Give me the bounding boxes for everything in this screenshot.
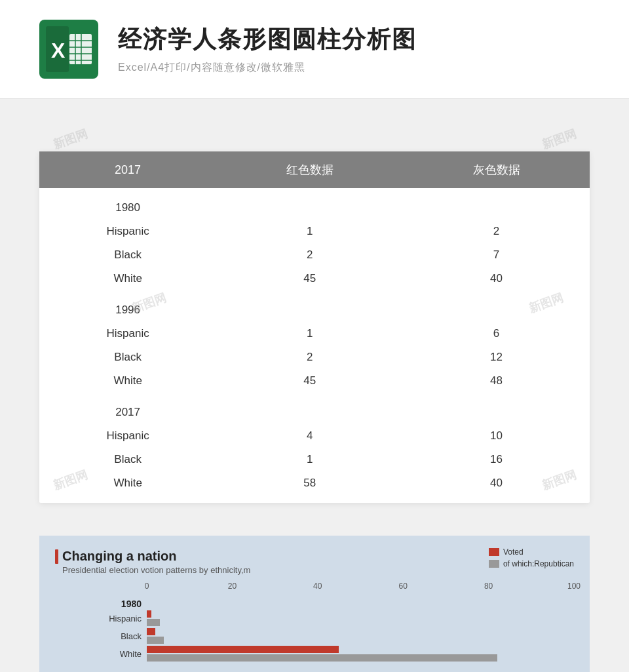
table-row: White 58 40: [39, 471, 590, 503]
red-value-cell: 1: [216, 322, 403, 346]
axis-numbers-row: 0 20 40 60 80 100: [101, 582, 574, 593]
gap-1: [0, 99, 629, 125]
table-header-row: 2017 红色数据 灰色数据: [39, 151, 590, 188]
chart-title-text: Changing a nation: [62, 549, 176, 564]
ethnicity-cell: White: [39, 471, 216, 503]
bar-chart: 0 20 40 60 80 100: [55, 582, 574, 670]
chart-section: Voted of which:Repu​btican Changing a na…: [39, 536, 590, 672]
bar-label: White: [101, 649, 147, 659]
data-table: 2017 红色数据 灰色数据 1980 Hispanic 1 2 Black 2…: [39, 151, 590, 503]
red-value-cell: 4: [216, 424, 403, 448]
red-value-cell: 45: [216, 267, 403, 290]
table-row: Hispanic 1 6: [39, 322, 590, 346]
table-year-row: 2017: [39, 393, 590, 424]
page-title: 经济学人条形图圆柱分析图: [118, 24, 417, 56]
table-year-row: 1996: [39, 290, 590, 322]
col-red: 红色数据: [216, 151, 403, 188]
col-year: 2017: [39, 151, 216, 188]
table-row: Black 1 16: [39, 448, 590, 471]
excel-icon: X: [39, 20, 98, 79]
legend-gray: of which:Repu​btican: [489, 559, 574, 568]
legend-red-label: Voted: [503, 547, 524, 557]
table-section: 2017 红色数据 灰色数据 1980 Hispanic 1 2 Black 2…: [39, 151, 590, 503]
bar-red: [147, 628, 155, 635]
page-subtitle: Excel/A4打印/内容随意修改/微软雅黑: [118, 61, 417, 75]
legend-gray-color: [489, 560, 499, 568]
table-year-row: 1980: [39, 188, 590, 220]
gray-value-cell: 48: [403, 369, 590, 393]
gray-value-cell: 10: [403, 424, 590, 448]
chart-year-row: 1980: [101, 599, 574, 609]
bar-red: [147, 610, 151, 618]
ethnicity-cell: Black: [39, 448, 216, 471]
legend-gray-label: of which:Repu​btican: [503, 559, 574, 568]
legend-red: Voted: [489, 547, 574, 557]
watermark-1: 新图网: [51, 125, 90, 152]
red-value-cell: 1: [216, 220, 403, 243]
ethnicity-cell: Hispanic: [39, 220, 216, 243]
ethnicity-cell: Black: [39, 346, 216, 369]
watermark-2: 新图网: [540, 125, 579, 152]
title-accent-bar: [55, 549, 58, 564]
red-value-cell: 2: [216, 243, 403, 267]
legend-red-color: [489, 548, 499, 556]
red-value-cell: 58: [216, 471, 403, 503]
axis-60: 60: [399, 582, 408, 591]
axis-20: 20: [228, 582, 237, 591]
chart-bar-row: White: [101, 646, 574, 662]
gray-value-cell: 2: [403, 220, 590, 243]
gray-value-cell: 6: [403, 322, 590, 346]
svg-text:X: X: [51, 39, 66, 62]
bars-pair: [147, 628, 574, 644]
red-value-cell: 1: [216, 448, 403, 471]
bar-gray: [147, 654, 497, 662]
axis-numbers-container: 0 20 40 60 80 100: [147, 582, 574, 593]
bar-gray: [147, 637, 164, 644]
axis-100: 100: [567, 582, 581, 591]
ethnicity-cell: White: [39, 369, 216, 393]
table-row: White 45 48: [39, 369, 590, 393]
bars-pair: [147, 646, 574, 662]
table-row: Hispanic 1 2: [39, 220, 590, 243]
table-row: White 45 40: [39, 267, 590, 290]
gray-value-cell: 12: [403, 346, 590, 369]
bars-pair: [147, 610, 574, 626]
table-row: Hispanic 4 10: [39, 424, 590, 448]
chart-bar-row: Hispanic: [101, 610, 574, 626]
header-text: 经济学人条形图圆柱分析图 Excel/A4打印/内容随意修改/微软雅黑: [118, 24, 417, 75]
col-gray: 灰色数据: [403, 151, 590, 188]
axis-0: 0: [145, 582, 149, 591]
gray-value-cell: 7: [403, 243, 590, 267]
table-row: Black 2 7: [39, 243, 590, 267]
gray-value-cell: 40: [403, 267, 590, 290]
chart-year-label: 1980: [101, 599, 147, 609]
ethnicity-cell: Hispanic: [39, 424, 216, 448]
bar-label: Black: [101, 631, 147, 641]
bar-label: Hispanic: [101, 614, 147, 623]
ethnicity-cell: Hispanic: [39, 322, 216, 346]
gray-value-cell: 40: [403, 471, 590, 503]
year-cell: 1996: [39, 290, 216, 322]
svg-rect-3: [69, 34, 92, 64]
chart-bars-container: 1980 Hispanic Black White: [101, 599, 574, 662]
red-value-cell: 2: [216, 346, 403, 369]
axis-spacer: [101, 582, 147, 593]
bar-red: [147, 646, 339, 653]
chart-bar-row: Black: [101, 628, 574, 644]
red-value-cell: 45: [216, 369, 403, 393]
axis-40: 40: [313, 582, 322, 591]
year-cell: 1980: [39, 188, 216, 220]
bar-gray: [147, 619, 160, 626]
chart-legend: Voted of which:Repu​btican: [489, 547, 574, 568]
ethnicity-cell: Black: [39, 243, 216, 267]
table-row: Black 2 12: [39, 346, 590, 369]
axis-80: 80: [484, 582, 493, 591]
ethnicity-cell: White: [39, 267, 216, 290]
header: X 经济学人条形图圆柱分析图 Excel/A4打印/内容随意修改/微软雅黑: [0, 0, 629, 99]
gap-2: [0, 523, 629, 536]
year-cell: 2017: [39, 393, 216, 424]
gray-value-cell: 16: [403, 448, 590, 471]
